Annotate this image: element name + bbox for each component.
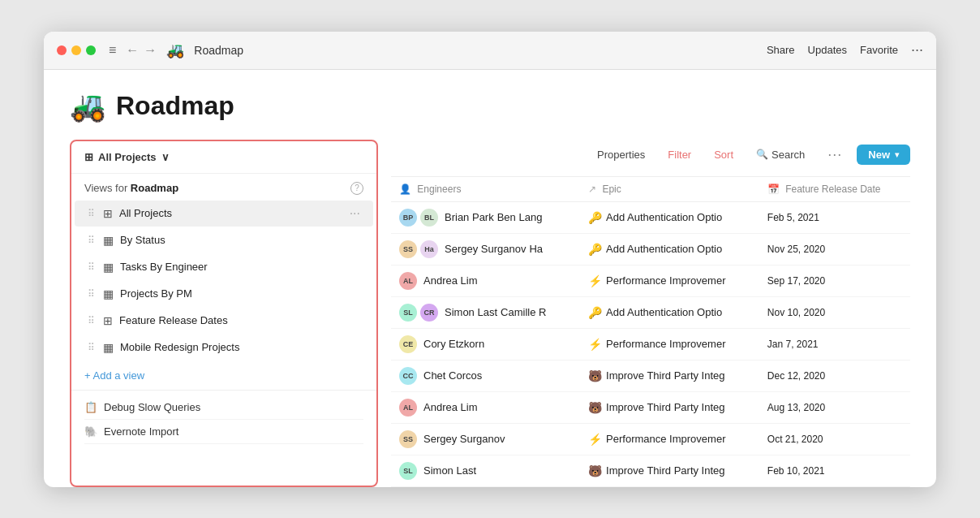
view-item-mobile-redesign-projects[interactable]: ⠿ ▦ Mobile Redesign Projects ··· — [75, 335, 373, 360]
help-icon[interactable]: ? — [350, 182, 363, 195]
epic-cell: 🔑Add Authentication Optio — [580, 201, 759, 233]
date-cell: Aug 13, 2020 — [759, 391, 910, 423]
avatar: SL — [399, 462, 417, 480]
titlebar-actions: Share Updates Favorite ··· — [767, 41, 923, 58]
arrow-icon: ↗ — [588, 183, 596, 195]
engineers-cell: CCChet Corcos — [391, 360, 580, 391]
more-button[interactable]: ··· — [819, 143, 850, 166]
table-row[interactable]: ALAndrea Lim⚡Performance ImprovemerSep 1… — [391, 265, 910, 296]
toolbar: Properties Filter Sort 🔍 Search ··· New … — [391, 140, 910, 177]
engineers-cell: BPBLBrian ParkBen Lang — [391, 201, 580, 233]
minimize-button[interactable] — [71, 45, 81, 55]
avatar: SL — [399, 304, 417, 322]
grid-view-icon: ⊞ — [103, 314, 113, 327]
board-view-icon: ▦ — [103, 287, 114, 300]
engineer-name: Camille R — [501, 306, 546, 318]
add-view-button[interactable]: + Add a view — [71, 361, 376, 390]
more-options-button[interactable]: ··· — [911, 41, 923, 58]
forward-button[interactable]: → — [144, 43, 157, 58]
table-row[interactable]: ALAndrea Lim🐻Improve Third Party IntegAu… — [391, 391, 910, 423]
view-options-button[interactable]: ··· — [350, 206, 360, 221]
epic-name: Performance Improvemer — [606, 274, 725, 287]
engineer-name: Sergey Surganov — [423, 433, 505, 445]
table-row[interactable]: CCChet Corcos🐻Improve Third Party IntegD… — [391, 360, 910, 391]
all-projects-dropdown[interactable]: ⊞ All Projects ∨ — [84, 151, 170, 163]
avatar: CE — [399, 335, 417, 353]
main-window: ≡ ← → 🚜 Roadmap Share Updates Favorite ·… — [44, 32, 936, 487]
table-row[interactable]: BPBLBrian ParkBen Lang🔑Add Authenticatio… — [391, 201, 910, 233]
view-item-all-projects[interactable]: ⠿ ⊞ All Projects ··· — [75, 201, 373, 227]
views-list: ⠿ ⊞ All Projects ··· ⠿ ▦ By Status ··· ⠿… — [71, 201, 376, 360]
menu-icon[interactable]: ≡ — [109, 43, 116, 58]
table-row[interactable]: CECory Etzkorn⚡Performance ImprovemerJan… — [391, 328, 910, 360]
search-label: Search — [772, 149, 805, 161]
table-row[interactable]: SSSergey Surganov⚡Performance Improvemer… — [391, 423, 910, 455]
epic-name: Add Authentication Optio — [606, 306, 722, 318]
favorite-button[interactable]: Favorite — [860, 44, 898, 56]
engineer-name: Brian Park — [445, 211, 494, 223]
epic-icon: 🐻 — [588, 401, 602, 414]
drag-handle: ⠿ — [88, 288, 95, 300]
view-item-tasks-by-engineer[interactable]: ⠿ ▦ Tasks By Engineer ··· — [75, 254, 373, 280]
view-label: Mobile Redesign Projects — [120, 341, 343, 353]
table-row[interactable]: SLSimon Last🐻Improve Third Party IntegFe… — [391, 455, 910, 486]
date-cell: Feb 10, 2021 — [759, 455, 910, 486]
epic-name: Add Authentication Optio — [606, 243, 722, 255]
view-item-feature-release-dates[interactable]: ⠿ ⊞ Feature Release Dates ··· — [75, 308, 373, 334]
updates-button[interactable]: Updates — [808, 44, 847, 56]
engineer-name: Ha — [529, 243, 543, 255]
engineers-cell: SSSergey Surganov — [391, 423, 580, 455]
evernote-icon: 🐘 — [84, 425, 97, 438]
new-button[interactable]: New ▾ — [857, 145, 910, 165]
view-item-by-status[interactable]: ⠿ ▦ By Status ··· — [75, 227, 373, 253]
engineer-name: Chet Corcos — [423, 369, 482, 382]
sort-button[interactable]: Sort — [706, 145, 741, 164]
chevron-down-icon: ∨ — [161, 151, 170, 163]
engineer-name: Sergey Surganov — [445, 243, 526, 255]
engineers-cell: SLCRSimon LastCamille R — [391, 296, 580, 328]
grid-icon: ⊞ — [84, 151, 93, 163]
data-table: 👤 Engineers ↗ Epic 📅 Feature Release Dat… — [391, 177, 910, 487]
maximize-button[interactable] — [86, 45, 96, 55]
epic-icon: 🔑 — [588, 243, 602, 256]
share-button[interactable]: Share — [767, 44, 795, 56]
page-title-row: 🚜 Roadmap — [70, 89, 910, 123]
engineers-header: 👤 Engineers — [391, 177, 580, 202]
below-item-debug[interactable]: 📋 Debug Slow Queries — [84, 395, 363, 420]
traffic-lights — [57, 45, 96, 55]
view-label: Feature Release Dates — [119, 314, 343, 326]
engineer-name: Cory Etzkorn — [423, 338, 484, 350]
table-row[interactable]: SLCRSimon LastCamille R🔑Add Authenticati… — [391, 296, 910, 328]
engineers-cell: ALAndrea Lim — [391, 265, 580, 296]
titlebar: ≡ ← → 🚜 Roadmap Share Updates Favorite ·… — [44, 32, 936, 70]
drag-handle: ⠿ — [88, 315, 95, 326]
engineers-cell: SSHaSergey SurganovHa — [391, 233, 580, 265]
below-panel-preview: 📋 Debug Slow Queries 🐘 Evernote Import — [71, 390, 376, 449]
person-icon: 👤 — [399, 183, 411, 195]
view-label: Tasks By Engineer — [120, 261, 343, 273]
debug-icon: 📋 — [84, 401, 97, 413]
epic-name: Improve Third Party Integ — [606, 464, 724, 477]
epic-cell: 🔑Add Authentication Optio — [580, 233, 759, 265]
filter-button[interactable]: Filter — [660, 145, 699, 164]
drag-handle: ⠿ — [88, 235, 95, 246]
epic-icon: ⚡ — [588, 274, 602, 287]
date-cell: Dec 12, 2020 — [759, 360, 910, 391]
view-label: All Projects — [119, 207, 343, 219]
epic-name: Improve Third Party Integ — [606, 369, 724, 382]
date-cell: Sep 17, 2020 — [759, 265, 910, 296]
drag-handle: ⠿ — [88, 208, 95, 219]
search-button[interactable]: 🔍 Search — [748, 145, 813, 164]
epic-icon: 🐻 — [588, 464, 602, 477]
chevron-down-icon: ▾ — [895, 150, 899, 159]
table-row[interactable]: SSHaSergey SurganovHa🔑Add Authentication… — [391, 233, 910, 265]
below-item-evernote[interactable]: 🐘 Evernote Import — [84, 420, 363, 444]
avatar: BL — [420, 209, 438, 227]
close-button[interactable] — [57, 45, 67, 55]
back-button[interactable]: ← — [126, 43, 139, 58]
avatar: SS — [399, 430, 417, 448]
view-item-projects-by-pm[interactable]: ⠿ ▦ Projects By PM ··· — [75, 281, 373, 307]
properties-button[interactable]: Properties — [589, 145, 653, 164]
date-cell: Nov 10, 2020 — [759, 296, 910, 328]
views-panel: ⊞ All Projects ∨ Views for Roadmap ? ⠿ ⊞ — [70, 140, 378, 487]
